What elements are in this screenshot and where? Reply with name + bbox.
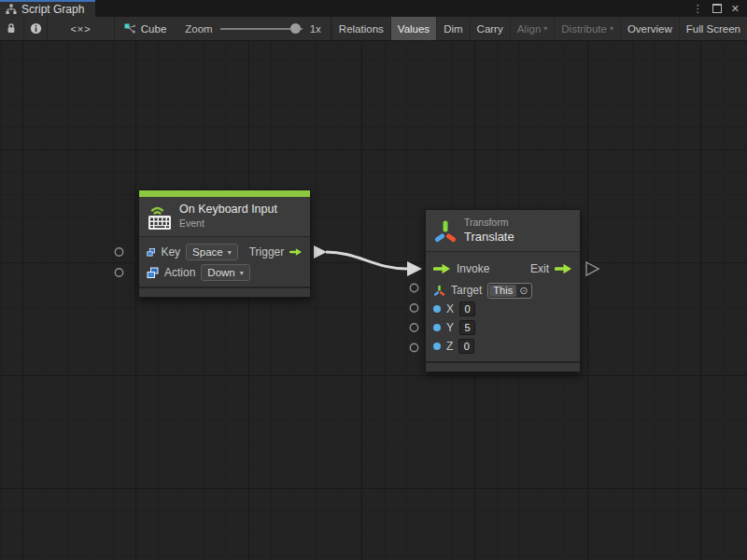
info-button[interactable] [24, 17, 49, 40]
tab-title: Script Graph [21, 3, 84, 16]
button-label: Full Screen [686, 23, 740, 35]
node-header[interactable]: Transform Translate [426, 210, 580, 252]
close-icon[interactable]: ✕ [731, 4, 740, 14]
z-label: Z [446, 340, 453, 353]
connection-wire[interactable] [326, 252, 407, 269]
code-view-button[interactable]: <×> [48, 17, 114, 40]
trigger-output-port[interactable] [314, 245, 327, 259]
exit-label: Exit [530, 262, 549, 275]
value-input-port-x[interactable] [410, 304, 417, 312]
toolbar-button-dim[interactable]: Dim [436, 17, 469, 40]
z-row: Z 0 [426, 337, 580, 356]
tab-bar: Script Graph ⋮ ✕ [0, 0, 747, 17]
toolbar-button-relations[interactable]: Relations [331, 17, 390, 40]
target-label: Target [451, 284, 482, 297]
key-dropdown-value: Space [192, 246, 223, 258]
value-input-port-y[interactable] [410, 324, 417, 331]
keyboard-icon [148, 203, 172, 231]
button-label: Align [517, 23, 542, 35]
graph-hierarchy-icon [6, 4, 17, 15]
value-input-port-action[interactable] [115, 269, 122, 276]
y-row: Y 5 [426, 318, 580, 337]
info-icon [30, 22, 42, 35]
node-footer [426, 361, 580, 371]
node-header[interactable]: On Keyboard Input Event [139, 197, 310, 237]
node-subtitle: Event [179, 217, 277, 231]
maximize-icon[interactable] [712, 4, 722, 13]
node-body: Invoke Exit Target [426, 252, 580, 361]
zoom-slider-thumb[interactable] [290, 23, 301, 34]
target-object-field[interactable]: This ⊙ [487, 283, 532, 299]
graph-node-icon [124, 23, 135, 35]
value-input-port-target[interactable] [410, 284, 417, 291]
key-dropdown[interactable]: Space ▾ [186, 244, 238, 260]
flow-arrow-icon [433, 263, 451, 274]
value-literal-icon [147, 246, 155, 259]
x-label: X [446, 302, 454, 315]
chevron-down-icon: ▾ [228, 248, 232, 257]
invoke-label: Invoke [457, 262, 489, 275]
action-row: Action Down ▾ [139, 262, 310, 283]
trigger-label: Trigger [249, 245, 285, 259]
code-icon: <×> [70, 23, 91, 35]
key-row: Key Space ▾ Trigger [139, 242, 310, 262]
node-title: Translate [464, 230, 514, 245]
flow-arrow-icon [289, 246, 303, 258]
invoke-input-port[interactable] [407, 261, 422, 276]
invoke-row: Invoke Exit [426, 257, 580, 281]
script-graph-window: Script Graph ⋮ ✕ <×> [0, 0, 747, 560]
toolbar-button-carry[interactable]: Carry [470, 17, 510, 40]
connections-overlay [0, 41, 747, 560]
value-port-dot-icon [433, 343, 441, 350]
zoom-control: Zoom 1x [176, 17, 331, 40]
y-input[interactable]: 5 [459, 320, 475, 335]
action-dropdown[interactable]: Down ▾ [201, 264, 249, 281]
graph-canvas[interactable]: On Keyboard Input Event Key Space ▾ [0, 41, 747, 560]
z-input[interactable]: 0 [458, 339, 474, 354]
button-label: Carry [477, 23, 503, 35]
object-picker-icon[interactable]: ⊙ [519, 286, 528, 296]
transform-mini-icon [433, 285, 445, 297]
toolbar-button-overview[interactable]: Overview [620, 17, 679, 40]
chevron-down-icon: ▾ [543, 24, 547, 33]
flow-arrow-icon [555, 263, 572, 274]
action-label: Action [164, 266, 195, 279]
button-label: Dim [444, 23, 462, 35]
key-label: Key [161, 245, 180, 259]
transform-icon [434, 218, 457, 243]
node-body: Key Space ▾ Trigger [139, 237, 310, 287]
lock-button[interactable] [0, 17, 24, 40]
graph-target[interactable]: Cube [115, 17, 176, 40]
toolbar-button-values[interactable]: Values [390, 17, 436, 40]
node-on-keyboard-input[interactable]: On Keyboard Input Event Key Space ▾ [138, 189, 311, 298]
value-input-port-key[interactable] [115, 248, 122, 256]
toolbar: <×> Cube Zoom 1x Relations Values [0, 17, 747, 41]
exit-output-port[interactable] [586, 262, 599, 275]
lock-icon [6, 22, 17, 35]
button-label: Overview [627, 23, 672, 35]
target-row: Target This ⊙ [426, 281, 580, 300]
button-label: Relations [339, 23, 384, 35]
zoom-value: 1x [310, 23, 321, 35]
value-literal-icon [147, 267, 159, 279]
x-input[interactable]: 0 [459, 301, 475, 316]
node-transform-translate[interactable]: Transform Translate Invoke Exit [425, 209, 581, 372]
y-label: Y [446, 321, 454, 334]
event-accent-bar [139, 190, 310, 197]
x-row: X 0 [426, 300, 580, 318]
chevron-down-icon: ▾ [610, 24, 613, 33]
node-footer [139, 287, 310, 297]
toolbar-button-fullscreen[interactable]: Full Screen [679, 17, 747, 40]
tab-script-graph[interactable]: Script Graph [0, 0, 95, 17]
window-controls: ⋮ ✕ [693, 0, 747, 17]
button-label: Values [398, 23, 430, 35]
toolbar-button-distribute[interactable]: Distribute ▾ [554, 17, 620, 40]
toolbar-button-align[interactable]: Align ▾ [510, 17, 555, 40]
button-label: Distribute [561, 23, 607, 35]
node-title: On Keyboard Input [179, 203, 277, 217]
node-category: Transform [464, 217, 514, 230]
value-input-port-z[interactable] [410, 343, 417, 351]
chevron-down-icon: ▾ [240, 269, 244, 277]
zoom-slider[interactable] [220, 23, 303, 35]
menu-icon[interactable]: ⋮ [693, 4, 703, 14]
